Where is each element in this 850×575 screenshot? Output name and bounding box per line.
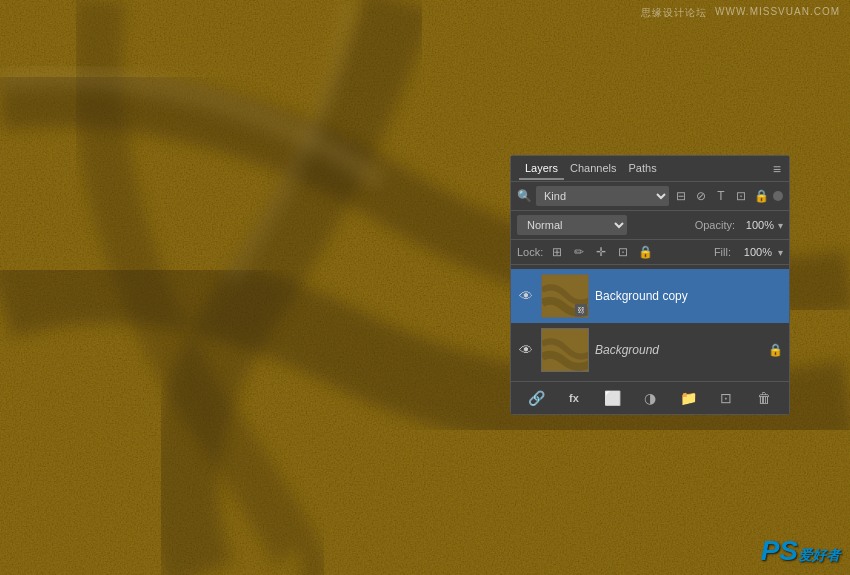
opacity-label: Opacity: [695,219,735,231]
filter-icon-type[interactable]: T [713,188,729,204]
opacity-chevron[interactable]: ▾ [778,220,783,231]
lock-all-btn[interactable]: 🔒 [637,244,653,260]
filter-icon-smart[interactable]: 🔒 [753,188,769,204]
layer-visibility-bg-copy[interactable]: 👁 [517,288,535,304]
layer-thumbnail-bg [541,328,589,372]
add-mask-btn[interactable]: ⬜ [601,387,623,409]
filter-toggle-dot[interactable] [773,191,783,201]
filter-icon-adjust[interactable]: ⊘ [693,188,709,204]
watermark: 思缘设计论坛 WWW.MISSVUAN.COM [641,6,840,20]
panel-menu-icon[interactable]: ≡ [773,161,781,177]
new-layer-btn[interactable]: ⊡ [715,387,737,409]
watermark-site1: 思缘设计论坛 [641,6,707,20]
adjustment-btn[interactable]: ◑ [639,387,661,409]
lock-pixels-btn[interactable]: ⊞ [549,244,565,260]
tab-paths[interactable]: Paths [623,158,663,180]
fill-chevron[interactable]: ▾ [778,247,783,258]
layer-thumbnail-bg-copy: ⛓ [541,274,589,318]
effects-btn[interactable]: fx [563,387,585,409]
kind-dropdown[interactable]: Kind Name Effect Mode [536,186,669,206]
filter-search-icon: 🔍 [517,189,532,203]
layer-name-bg-copy: Background copy [595,289,783,303]
panel-bottom-toolbar: 🔗 fx ⬜ ◑ 📁 ⊡ 🗑 [511,381,789,414]
layer-locked-icon-bg: 🔒 [767,343,783,357]
layer-name-bg: Background [595,343,761,357]
lock-row: Lock: ⊞ ✏ ✛ ⊡ 🔒 Fill: 100% ▾ [511,240,789,265]
filter-icons: ⊟ ⊘ T ⊡ 🔒 [673,188,783,204]
filter-icon-image[interactable]: ⊟ [673,188,689,204]
opacity-value: 100% [739,219,774,231]
layer-chain-icon-bg-copy: ⛓ [575,304,587,316]
watermark-site2: WWW.MISSVUAN.COM [715,6,840,20]
lock-artboard-btn[interactable]: ⊡ [615,244,631,260]
lock-label: Lock: [517,246,543,258]
blend-mode-dropdown[interactable]: Normal Dissolve Multiply Screen Overlay [517,215,627,235]
ps-logo: PS爱好者 [761,535,840,567]
layers-panel: Layers Channels Paths ≡ 🔍 Kind Name Effe… [510,155,790,415]
tab-layers[interactable]: Layers [519,158,564,180]
layers-list: 👁 ⛓ Background copy 👁 [511,265,789,381]
filter-row: 🔍 Kind Name Effect Mode ⊟ ⊘ T ⊡ 🔒 [511,182,789,211]
layer-row-bg[interactable]: 👁 Background 🔒 [511,323,789,377]
lock-draw-btn[interactable]: ✏ [571,244,587,260]
layer-row-bg-copy[interactable]: 👁 ⛓ Background copy [511,269,789,323]
filter-icon-shape[interactable]: ⊡ [733,188,749,204]
fill-label: Fill: [714,246,731,258]
blend-mode-row: Normal Dissolve Multiply Screen Overlay … [511,211,789,240]
delete-layer-btn[interactable]: 🗑 [753,387,775,409]
lock-move-btn[interactable]: ✛ [593,244,609,260]
new-group-btn[interactable]: 📁 [677,387,699,409]
panel-tabs: Layers Channels Paths ≡ [511,156,789,182]
fill-value: 100% [737,246,772,258]
layer-visibility-bg[interactable]: 👁 [517,342,535,358]
tab-channels[interactable]: Channels [564,158,622,180]
link-layers-btn[interactable]: 🔗 [525,387,547,409]
svg-rect-7 [542,329,589,372]
